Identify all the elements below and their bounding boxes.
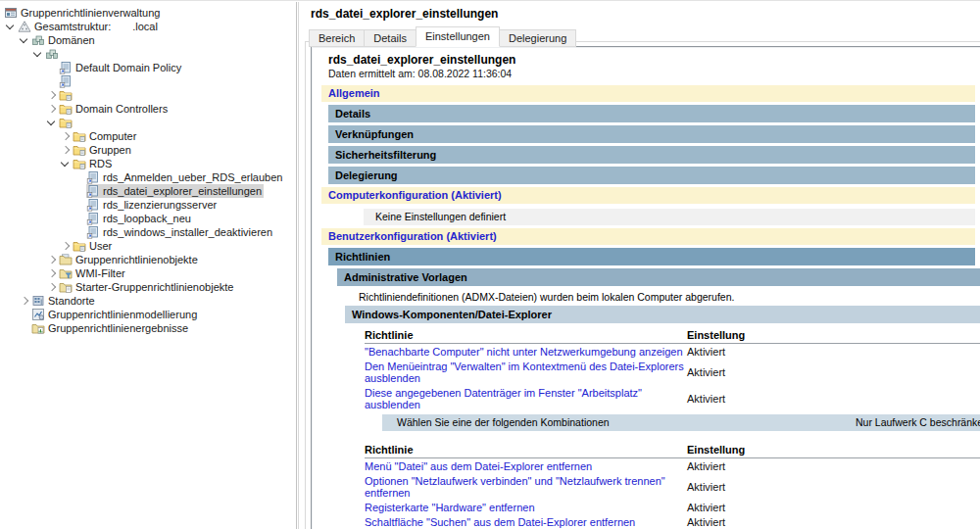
tree-item-wmi-filter[interactable]: WMI-Filter <box>0 266 296 280</box>
policy-setting-value: Aktiviert <box>687 458 980 474</box>
tree-item-unnamed-5[interactable] <box>0 74 296 88</box>
policy-link[interactable]: Registerkarte "Hardware" entfernen <box>365 500 687 514</box>
policy-column-header: Richtlinie <box>365 328 687 344</box>
tree-item-rds-anmelden-ueber-rds-erlauben[interactable]: rds_Anmelden_ueber_RDS_erlauben <box>0 170 296 184</box>
section-band-benutzerkonfiguration-aktiviert[interactable]: Benutzerkonfiguration (Aktiviert) <box>321 228 975 245</box>
section-band-windows-komponenten-datei-explorer[interactable]: Windows-Komponenten/Datei-Explorer <box>345 306 980 323</box>
policy-setting-value: Aktiviert <box>687 385 980 411</box>
section-band-allgemein[interactable]: Allgemein <box>321 85 975 102</box>
tab-delegierung[interactable]: Delegierung <box>499 29 576 47</box>
tree-item-rds-datei-explorer-einstellungen[interactable]: rds_datei_explorer_einstellungen <box>0 184 296 198</box>
policy-link[interactable]: Schaltfläche "Suchen" aus dem Datei-Expl… <box>365 514 687 529</box>
chevron-collapsed-icon[interactable] <box>45 280 59 294</box>
policy-link[interactable]: Menü "Datei" aus dem Datei-Explorer entf… <box>365 458 687 474</box>
tab-bar: BereichDetailsEinstellungenDelegierung <box>309 26 980 47</box>
policy-row: Den Menüeintrag "Verwalten" im Kontextme… <box>365 359 980 385</box>
chevron-expanded-icon[interactable] <box>18 33 31 47</box>
tree-item-body[interactable]: rds_Anmelden_ueber_RDS_erlauben <box>86 170 284 184</box>
chevron-expanded-icon[interactable] <box>45 116 59 129</box>
tree-item-body[interactable]: Computer <box>73 129 138 143</box>
chevron-expanded-icon[interactable] <box>31 47 45 61</box>
tree-item-body[interactable]: Gruppenrichtlinienobjekte <box>59 253 200 266</box>
tree-item-body[interactable]: WMI-Filter <box>59 266 127 280</box>
chevron-collapsed-icon[interactable] <box>45 102 59 116</box>
chevron-collapsed-icon[interactable] <box>59 239 73 253</box>
chevron-expanded-icon[interactable] <box>4 20 18 33</box>
section-band-administrative-vorlagen[interactable]: Administrative Vorlagen <box>337 268 980 286</box>
chevron-placeholder <box>73 170 86 184</box>
tree-item-starter-gruppenrichtlinienobjekte[interactable]: Starter-Gruppenrichtlinienobjekte <box>0 280 296 294</box>
tree-item-body[interactable]: rds_loopback_neu <box>86 212 193 225</box>
policy-link[interactable]: "Benachbarte Computer" nicht unter Netzw… <box>365 344 687 360</box>
tree-item-body[interactable]: rds_datei_explorer_einstellungen <box>86 184 264 198</box>
tree-item-gruppenrichtlinienobjekte[interactable]: Gruppenrichtlinienobjekte <box>0 253 296 266</box>
tree-item-body[interactable] <box>59 88 74 102</box>
tree-item-body[interactable]: RDS <box>73 157 114 170</box>
tree-item-body[interactable]: Gruppenrichtlinienverwaltung <box>4 6 162 20</box>
tree-item-body[interactable]: Default Domain Policy <box>59 61 183 74</box>
chevron-collapsed-icon[interactable] <box>45 266 59 280</box>
tree-item-rds-windows-installer-deaktivieren[interactable]: rds_windows_installer_deaktivieren <box>0 225 296 239</box>
tree-item-gruppenrichtlinienergebnisse[interactable]: Gruppenrichtlinienergebnisse <box>0 321 296 335</box>
tree-item-computer[interactable]: Computer <box>0 129 296 143</box>
tree-item-label: rds_loopback_neu <box>100 213 191 224</box>
chevron-collapsed-icon[interactable] <box>45 253 59 266</box>
section-band-richtlinien[interactable]: Richtlinien <box>328 248 975 265</box>
tree-item-body[interactable]: Starter-Gruppenrichtlinienobjekte <box>59 280 235 294</box>
policy-link[interactable]: Den Menüeintrag "Verwalten" im Kontextme… <box>365 359 687 385</box>
tree-item-gruppen[interactable]: Gruppen <box>0 143 296 157</box>
tree-item-body[interactable] <box>45 47 61 61</box>
section-band-delegierung[interactable]: Delegierung <box>328 167 975 184</box>
tree-item-dom-nen[interactable]: Domänen <box>0 33 296 47</box>
tree-item-default-domain-policy[interactable]: Default Domain Policy <box>0 61 296 74</box>
modeling-icon <box>31 308 45 321</box>
tree-item-body[interactable]: Domänen <box>31 33 97 47</box>
tree-item-gruppenrichtlinienverwaltung[interactable]: Gruppenrichtlinienverwaltung <box>0 6 296 20</box>
tree-indent <box>0 218 73 219</box>
tab-details[interactable]: Details <box>364 29 416 47</box>
chevron-collapsed-icon[interactable] <box>18 294 31 308</box>
setting-column-header: Einstellung <box>687 443 980 458</box>
tree-item-rds[interactable]: RDS <box>0 157 296 170</box>
tree-item-standorte[interactable]: Standorte <box>0 294 296 308</box>
tree-item-body[interactable]: Domain Controllers <box>59 102 170 116</box>
starter-folder-icon <box>59 280 73 294</box>
tree-item-domain-controllers[interactable]: Domain Controllers <box>0 102 296 116</box>
tree-item-rds-loopback-neu[interactable]: rds_loopback_neu <box>0 212 296 225</box>
tree-item-body[interactable] <box>59 116 74 129</box>
tree-item-body[interactable]: Gesamtstruktur:.local <box>18 20 160 33</box>
section-band-computerkonfiguration-aktiviert[interactable]: Computerkonfiguration (Aktiviert) <box>321 187 975 204</box>
tree-item-unnamed-3[interactable] <box>0 47 296 61</box>
chevron-collapsed-icon[interactable] <box>59 129 73 143</box>
policy-setting-value: Aktiviert <box>687 359 980 385</box>
policy-link[interactable]: Diese angegebenen Datenträger im Fenster… <box>365 385 687 411</box>
tree-indent <box>0 177 73 178</box>
chevron-expanded-icon[interactable] <box>59 157 73 170</box>
tree-item-gesamtstruktur[interactable]: Gesamtstruktur:.local <box>0 20 296 33</box>
tree-item-label: Computer <box>86 130 136 142</box>
tree-item-body[interactable]: rds_lizenzierungsserver <box>86 198 219 212</box>
chevron-placeholder <box>73 225 86 239</box>
section-band-sicherheitsfilterung[interactable]: Sicherheitsfilterung <box>328 146 975 164</box>
tree-item-body[interactable]: Gruppenrichtlinienergebnisse <box>31 321 190 335</box>
tree-item-user[interactable]: User <box>0 239 296 253</box>
tab-bereich[interactable]: Bereich <box>309 29 365 47</box>
tree-item-body[interactable]: rds_windows_installer_deaktivieren <box>86 225 274 239</box>
tree-item-body[interactable] <box>59 74 74 88</box>
tab-einstellungen[interactable]: Einstellungen <box>416 26 500 47</box>
section-band-verkn-pfungen[interactable]: Verknüpfungen <box>328 125 975 143</box>
tree-item-gruppenrichtlinienmodellierung[interactable]: Gruppenrichtlinienmodellierung <box>0 308 296 321</box>
chevron-collapsed-icon[interactable] <box>45 88 59 102</box>
tree-item-rds-lizenzierungsserver[interactable]: rds_lizenzierungsserver <box>0 198 296 212</box>
policy-link[interactable]: Optionen "Netzlaufwerk verbinden" und "N… <box>365 473 687 500</box>
tree-item-body[interactable]: Standorte <box>31 294 97 308</box>
tree-item-unnamed-8[interactable] <box>0 116 296 129</box>
policy-row: Diese angegebenen Datenträger im Fenster… <box>365 385 980 411</box>
tree-item-body[interactable]: Gruppenrichtlinienmodellierung <box>31 308 199 321</box>
tree-item-body[interactable]: Gruppen <box>73 143 133 157</box>
policy-setting-value: Aktiviert <box>687 344 980 360</box>
chevron-collapsed-icon[interactable] <box>59 143 73 157</box>
tree-item-unnamed-6[interactable] <box>0 88 296 102</box>
tree-item-body[interactable]: User <box>73 239 114 253</box>
section-band-details[interactable]: Details <box>328 105 975 122</box>
